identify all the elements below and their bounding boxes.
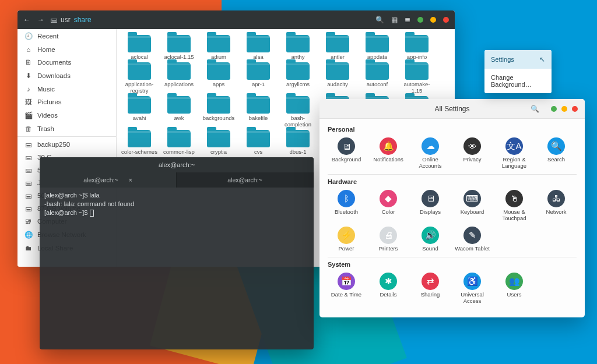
folder-app-info[interactable]: app-info [399,35,435,60]
window-close-icon[interactable] [572,106,578,112]
folder-autoconf[interactable]: autoconf [359,62,395,94]
nav-back-icon[interactable]: ← [23,16,30,24]
settings-item-notifications[interactable]: 🔔Notifications [370,135,407,172]
terminal-output[interactable]: [alex@arch ~]$ lala-bash: lala: command … [40,188,314,221]
folder-awk[interactable]: awk [161,96,197,128]
settings-item-privacy[interactable]: 👁Privacy [454,135,491,172]
breadcrumb-parent[interactable]: usr [61,16,71,24]
folder-label: audacity [327,82,347,87]
folder-automake-1.15[interactable]: automake-1.15 [399,62,435,94]
folder-argyllcms[interactable]: argyllcms [280,62,316,94]
folder-icon [167,96,191,114]
folder-label: avahi [133,115,146,121]
window-min-icon[interactable] [417,17,423,23]
folder-antler[interactable]: antler [319,35,356,60]
context-menu-item-settings[interactable]: Settings↖ [484,50,552,69]
sidebar-item-home[interactable]: ⌂Home [17,43,116,56]
folder-common-lisp[interactable]: common-lisp [161,130,197,161]
window-min-icon[interactable] [551,106,557,112]
cursor-icon: ↖ [539,55,545,63]
sidebar-icon: 🖴 [24,192,33,199]
sidebar-item-backup250[interactable]: 🖴backup250 [17,138,116,151]
settings-item-sharing[interactable]: ⇄Sharing [412,270,449,307]
sidebar-item-documents[interactable]: 🗎Documents [17,56,116,69]
settings-item-online-accounts[interactable]: ☁Online Accounts [412,135,449,172]
terminal-tab[interactable]: alex@arch:~ [177,172,314,188]
settings-item-universal-access[interactable]: ♿Universal Access [454,270,491,307]
list-view-icon[interactable]: ≣ [405,16,410,24]
folder-alsa[interactable]: alsa [240,35,276,60]
sidebar-item-music[interactable]: ♪Music [17,83,116,96]
sidebar-item-label: Videos [37,112,58,119]
sidebar-item-videos[interactable]: 🎬Videos [17,108,116,122]
folder-aclocal-1.15[interactable]: aclocal-1.15 [161,35,197,60]
folder-applications[interactable]: applications [161,62,197,94]
folder-cryptia[interactable]: cryptia [201,130,237,161]
settings-title: All Settings [434,105,469,113]
settings-item-sound[interactable]: 🔊Sound [412,224,449,255]
folder-anthy[interactable]: anthy [280,35,316,60]
context-menu-item-change-background-[interactable]: Change Background… [484,69,552,93]
folder-audacity[interactable]: audacity [319,62,356,94]
settings-item-power[interactable]: ⚡Power [328,224,365,255]
settings-item-network[interactable]: 🖧Network [538,188,575,224]
settings-item-displays[interactable]: 🖥Displays [412,188,449,224]
folder-appdata[interactable]: appdata [359,35,395,60]
settings-icon: 🖨 [380,227,397,244]
terminal-titlebar: alex@arch:~ [40,157,314,172]
settings-item-users[interactable]: 👥Users [496,270,533,307]
settings-item-search[interactable]: 🔍Search [538,135,575,172]
settings-icon: 🖱 [505,190,523,207]
folder-label: apps [213,82,225,87]
folder-color-schemes[interactable]: color-schemes [121,130,157,161]
folder-backgrounds[interactable]: backgrounds [201,96,237,128]
settings-item-label: Background [332,157,361,163]
settings-item-background[interactable]: 🖥Background [328,135,365,172]
sidebar-item-pictures[interactable]: 🖼Pictures [17,96,116,108]
settings-item-printers[interactable]: 🖨Printers [370,224,407,255]
folder-dbus-1[interactable]: dbus-1 [280,130,316,161]
sidebar-item-label: Pictures [37,98,62,105]
folder-cvs[interactable]: cvs [240,130,276,161]
nav-forward-icon[interactable]: → [37,16,44,24]
settings-item-details[interactable]: ✱Details [370,270,407,307]
terminal-line: [alex@arch ~]$ lala [44,191,309,200]
folder-apr-1[interactable]: apr-1 [240,62,276,94]
search-icon[interactable]: 🔍 [531,105,539,113]
window-max-icon[interactable] [561,106,567,112]
folder-icon [167,62,191,80]
settings-item-bluetooth[interactable]: ᛒBluetooth [328,188,365,224]
folder-avahi[interactable]: avahi [121,96,157,128]
settings-icon: 文A [505,137,523,155]
sidebar-icon: 🖴 [24,141,33,148]
settings-item-region-language[interactable]: 文ARegion & Language [496,135,533,172]
settings-item-color[interactable]: ◆Color [370,188,407,224]
terminal-tab[interactable]: alex@arch:~× [40,172,177,188]
settings-item-mouse-touchpad[interactable]: 🖱Mouse & Touchpad [496,188,533,224]
close-icon[interactable]: × [129,176,132,183]
terminal-line: -bash: lala: command not found [44,200,309,208]
folder-bash-completion[interactable]: bash-completion [280,96,316,128]
breadcrumb[interactable]: 🖴 usr share [50,16,92,24]
settings-icon: 🔍 [547,137,565,155]
folder-bakefile[interactable]: bakefile [240,96,276,128]
window-close-icon[interactable] [443,17,449,23]
grid-view-icon[interactable]: ▦ [391,16,398,24]
sidebar-item-recent[interactable]: 🕘Recent [17,29,116,43]
settings-item-wacom-tablet[interactable]: ✎Wacom Tablet [454,224,491,255]
sidebar-item-trash[interactable]: 🗑Trash [17,122,116,135]
window-max-icon[interactable] [430,17,436,23]
folder-aclocal[interactable]: aclocal [121,35,157,60]
breadcrumb-current[interactable]: share [74,16,92,24]
search-icon[interactable]: 🔍 [375,16,384,24]
folder-apps[interactable]: apps [201,62,237,94]
folder-adium[interactable]: adium [201,35,237,60]
folder-label: apr-1 [252,82,265,87]
settings-item-keyboard[interactable]: ⌨Keyboard [454,188,491,224]
terminal-window: alex@arch:~ alex@arch:~×alex@arch:~ [ale… [40,157,314,349]
folder-icon [326,35,349,52]
sidebar-icon: 🖼 [24,98,33,105]
sidebar-item-downloads[interactable]: ⬇Downloads [17,69,116,83]
settings-item-date-time[interactable]: 📅Date & Time [328,270,365,307]
folder-application-registry[interactable]: application-registry [121,62,157,94]
